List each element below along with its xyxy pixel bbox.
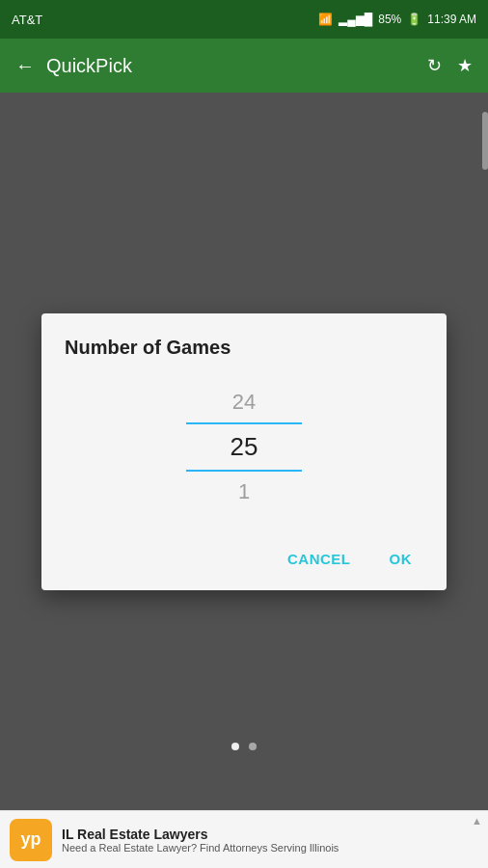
ad-banner[interactable]: yp IL Real Estate Lawyers Need a Real Es… xyxy=(0,810,488,868)
ad-logo: yp xyxy=(10,819,52,861)
ad-subtitle: Need a Real Estate Lawyer? Find Attorney… xyxy=(62,842,478,854)
picker-selected: 25 xyxy=(186,424,302,470)
time-label: 11:39 AM xyxy=(427,13,476,26)
page-dots xyxy=(231,743,257,750)
battery-level: 85% xyxy=(378,13,401,26)
ad-close-button[interactable]: ▲ xyxy=(472,815,482,827)
app-bar: ← QuickPick ↻ ★ xyxy=(0,39,488,93)
battery-icon: 🔋 xyxy=(407,13,421,26)
back-button[interactable]: ← xyxy=(15,55,35,77)
cancel-button[interactable]: CANCEL xyxy=(276,543,363,575)
wifi-icon: 📶 xyxy=(318,13,333,26)
number-picker[interactable]: 24 25 1 xyxy=(65,382,423,512)
status-bar: AT&T 📶 ▂▄▆█ 85% 🔋 11:39 AM xyxy=(0,0,488,39)
star-icon[interactable]: ★ xyxy=(457,55,473,76)
ad-title: IL Real Estate Lawyers xyxy=(62,827,478,842)
main-content: Number of Games 24 25 1 CANCEL OK xyxy=(0,93,488,810)
signal-icon: ▂▄▆█ xyxy=(339,13,372,26)
app-title: QuickPick xyxy=(46,55,427,77)
app-bar-actions: ↻ ★ xyxy=(427,55,473,76)
status-icons: 📶 ▂▄▆█ 85% 🔋 11:39 AM xyxy=(318,13,476,26)
page-dot-2 xyxy=(249,743,257,750)
picker-above: 24 xyxy=(186,382,302,422)
page-dot-1 xyxy=(231,743,239,750)
refresh-icon[interactable]: ↻ xyxy=(427,55,442,76)
ad-text: IL Real Estate Lawyers Need a Real Estat… xyxy=(62,827,478,854)
dialog-actions: CANCEL OK xyxy=(65,535,423,575)
dialog: Number of Games 24 25 1 CANCEL OK xyxy=(41,313,447,590)
carrier-label: AT&T xyxy=(12,13,42,27)
scroll-hint xyxy=(482,112,488,170)
ok-button[interactable]: OK xyxy=(378,543,424,575)
dialog-title: Number of Games xyxy=(65,337,423,359)
picker-below: 1 xyxy=(186,472,302,512)
